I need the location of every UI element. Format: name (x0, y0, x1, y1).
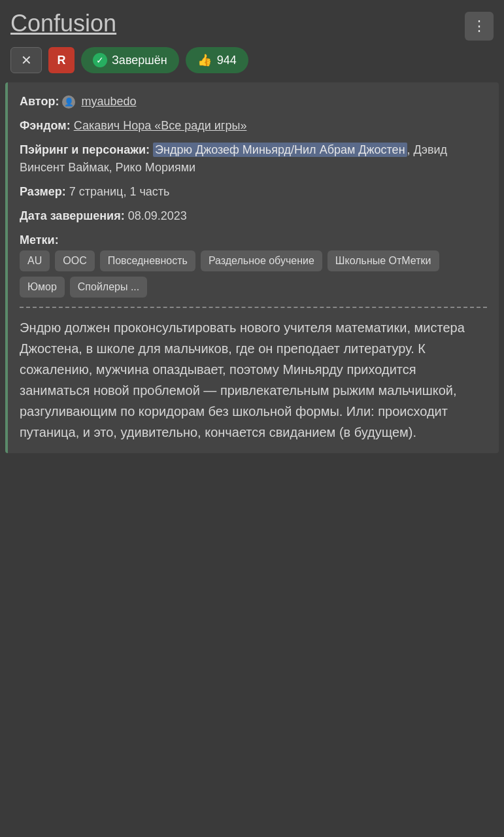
tags-container: AUOOCПовседневностьРаздельное обучениеШк… (20, 250, 487, 298)
date-row: Дата завершения: 08.09.2023 (20, 207, 487, 225)
pairing-row: Пэйринг и персонажи: Эндрю Джозеф Миньяр… (20, 141, 487, 177)
tag[interactable]: OOC (55, 250, 94, 271)
title-link[interactable]: Confusion (10, 9, 116, 37)
date-label: Дата завершения: (20, 209, 125, 222)
content-card: Автор: 👤 myaubedo Фэндом: Сакавич Нора «… (5, 82, 499, 453)
author-link[interactable]: myaubedo (81, 95, 136, 108)
tag[interactable]: AU (20, 250, 50, 271)
thumbs-up-icon: 👍 (197, 53, 212, 67)
page: Confusion ⋮ ✕ R ✓ Завершён 👍 944 Автор: … (0, 0, 504, 453)
likes-count: 944 (217, 54, 237, 67)
divider (20, 307, 487, 308)
tags-row-wrapper: Метки: AUOOCПовседневностьРаздельное обу… (20, 231, 487, 298)
tag[interactable]: Раздельное обучение (201, 250, 322, 271)
fandom-row: Фэндом: Сакавич Нора «Все ради игры» (20, 117, 487, 135)
completed-label: Завершён (112, 54, 167, 67)
pairing-highlighted: Эндрю Джозеф Миньярд/Нил Абрам Джостен (153, 143, 407, 157)
tag[interactable]: Школьные ОтМетки (328, 250, 439, 271)
check-icon: ✓ (93, 53, 107, 67)
user-icon: 👤 (62, 95, 75, 109)
more-button[interactable]: ⋮ (465, 12, 494, 41)
size-value: 7 страниц, 1 часть (69, 185, 170, 198)
header: Confusion ⋮ (0, 0, 504, 47)
likes-button[interactable]: 👍 944 (186, 47, 248, 73)
size-label: Размер: (20, 185, 66, 198)
description: Эндрю должен проконсультировать нового у… (20, 317, 487, 443)
cross-icon: ✕ (21, 52, 32, 68)
tag[interactable]: Спойлеры ... (70, 277, 147, 298)
fandom-link[interactable]: Сакавич Нора «Все ради игры» (74, 119, 247, 132)
pairing-label: Пэйринг и персонажи: (20, 143, 150, 156)
fandom-label: Фэндом: (20, 119, 71, 132)
rating-button[interactable]: R (48, 47, 75, 73)
author-row: Автор: 👤 myaubedo (20, 93, 487, 111)
tags-label: Метки: (20, 233, 59, 247)
toolbar: ✕ R ✓ Завершён 👍 944 (0, 47, 504, 82)
size-row: Размер: 7 страниц, 1 часть (20, 183, 487, 201)
author-label: Автор: (20, 95, 59, 108)
cross-button[interactable]: ✕ (10, 47, 42, 73)
tag[interactable]: Повседневность (100, 250, 195, 271)
tag[interactable]: Юмор (20, 277, 65, 298)
completed-button[interactable]: ✓ Завершён (81, 47, 179, 73)
date-value: 08.09.2023 (128, 209, 187, 222)
